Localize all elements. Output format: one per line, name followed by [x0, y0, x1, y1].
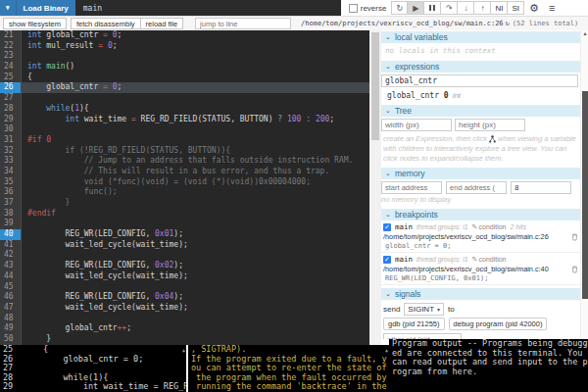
source-scrollbar[interactable]	[369, 30, 381, 345]
pause-button[interactable]	[424, 1, 441, 15]
section-memory[interactable]: ⌄memory	[381, 168, 580, 179]
code-text: while(1){	[22, 104, 89, 115]
show-filesystem-button[interactable]: show filesystem	[3, 18, 67, 29]
breakpoint-condition[interactable]: ✎condition	[472, 223, 507, 231]
program-output-terminal[interactable]: ▲Program output -- Programs being debugg…	[389, 339, 588, 392]
line-number-gutter[interactable]: 42	[0, 250, 22, 261]
jump-to-line-input[interactable]	[195, 18, 291, 29]
line-number-gutter[interactable]: 37	[0, 198, 22, 209]
line-number-gutter[interactable]: 33	[0, 156, 22, 167]
memory-end-address-input[interactable]	[446, 181, 507, 194]
breakpoint-code-preview: global_cntr = 0;	[385, 242, 578, 250]
terminal-line: 26 global_cntr = 0;	[0, 355, 186, 365]
settings-button[interactable]: ⚙	[524, 2, 544, 15]
signal-select[interactable]: SIGINT▾	[404, 303, 444, 316]
fetch-disassembly-button[interactable]: fetch disassembly	[71, 18, 141, 29]
line-number-gutter[interactable]: 23	[0, 51, 22, 62]
step-instruction-button[interactable]: SI	[508, 1, 524, 15]
menu-button[interactable]: ≡	[544, 2, 560, 14]
sidebar-scrollbar-thumb[interactable]	[582, 91, 588, 299]
breakpoint-item[interactable]: ✓mainthread groups: i1✎condition2 hits/h…	[381, 220, 580, 253]
source-line: 27	[0, 93, 369, 104]
breakpoint-gutter[interactable]: 26	[0, 82, 22, 93]
load-binary-dropdown-button[interactable]: ▾	[0, 0, 17, 16]
sidebar-scrollbar[interactable]: ▲	[580, 30, 588, 339]
line-number-gutter[interactable]: 27	[0, 93, 22, 104]
step-out-button[interactable]: ↑	[474, 1, 491, 15]
trash-icon[interactable]	[571, 233, 578, 241]
line-number-gutter[interactable]: 44	[0, 271, 22, 282]
code-text: REG_WR(LED_CONFIG, 0x02);	[22, 261, 183, 271]
source-line: 32 if (!REG_RD_FIELD(STATUS, BUTTON)){	[0, 146, 369, 157]
tree-height-input[interactable]	[455, 119, 525, 131]
breakpoint-condition[interactable]: ✎condition	[472, 256, 507, 264]
scroll-up-icon[interactable]: ▲	[584, 340, 587, 350]
breakpoint-gutter[interactable]: 40	[0, 229, 22, 240]
source-scrollbar-thumb[interactable]	[371, 32, 379, 140]
play-icon: ▶	[413, 4, 418, 13]
line-number-gutter[interactable]: 35	[0, 177, 22, 188]
line-number-gutter[interactable]: 30	[0, 124, 22, 135]
line-number-gutter[interactable]: 41	[0, 240, 22, 251]
trash-icon[interactable]	[571, 266, 578, 273]
line-number-gutter[interactable]: 31	[0, 135, 22, 146]
continue-button[interactable]: ▶	[408, 1, 424, 15]
memory-bytes-per-line-input[interactable]	[511, 181, 571, 194]
next-instruction-button[interactable]: NI	[491, 1, 508, 15]
reverse-checkbox[interactable]	[349, 4, 358, 13]
reload-file-button[interactable]: reload file	[141, 18, 184, 29]
line-number-gutter[interactable]: 21	[0, 30, 22, 41]
line-number-gutter[interactable]: 50	[0, 334, 22, 345]
line-number-gutter[interactable]: 38	[0, 209, 22, 220]
code-text: global_cntr++;	[22, 323, 131, 334]
code-text: wait_led_cycle(wait_time);	[22, 240, 188, 251]
breakpoint-checkbox[interactable]: ✓	[383, 256, 391, 264]
chevron-down-icon: ⌄	[385, 107, 391, 115]
code-text: REG_WR(LED_CONFIG, 0x01);	[22, 229, 183, 240]
section-local-variables[interactable]: ⌄local variables	[381, 31, 580, 43]
section-breakpoints[interactable]: ⌄breakpoints	[381, 209, 580, 220]
signal-target-button[interactable]: gdb (pid 21255)	[383, 318, 445, 330]
line-number-gutter[interactable]: 43	[0, 261, 22, 271]
line-number-gutter[interactable]: 29	[0, 115, 22, 125]
step-over-button[interactable]: ↷	[441, 1, 458, 15]
line-number-gutter[interactable]: 46	[0, 292, 22, 303]
breakpoint-function: main	[395, 255, 413, 264]
tree-width-input[interactable]	[381, 119, 452, 131]
section-tree[interactable]: ⌄Tree	[381, 105, 580, 117]
gdb-terminal[interactable]: ▲25 {26 global_cntr = 0;2728 while(1){29…	[0, 345, 186, 392]
code-text: global_cntr = 0;	[22, 82, 122, 93]
line-number-gutter[interactable]: 25	[0, 73, 22, 83]
scroll-up-icon[interactable]: ▲	[581, 30, 588, 38]
breakpoint-item[interactable]: ✓mainthread groups: i1✎condition/home/to…	[381, 253, 580, 285]
line-number-gutter[interactable]: 34	[0, 167, 22, 177]
line-number-gutter[interactable]: 47	[0, 303, 22, 314]
source-code-view[interactable]: 21int global_cntr = 0;22int mul_result =…	[0, 30, 369, 345]
step-into-button[interactable]: ↓	[458, 1, 474, 15]
binary-path-input[interactable]	[75, 0, 341, 16]
expression-input[interactable]	[381, 74, 578, 87]
breakpoint-checkbox[interactable]: ✓	[383, 223, 391, 231]
line-number-gutter[interactable]: 39	[0, 219, 22, 229]
section-expressions[interactable]: ⌄expressions	[381, 61, 580, 73]
signal-target-button[interactable]: debug program (pid 42000)	[449, 318, 548, 330]
code-text: #endif	[22, 209, 56, 220]
scroll-up-icon[interactable]: ▲	[385, 346, 388, 356]
line-number-gutter[interactable]: 45	[0, 282, 22, 293]
line-number-gutter[interactable]: 36	[0, 187, 22, 198]
tree-icon	[489, 135, 496, 143]
line-number-gutter[interactable]: 32	[0, 146, 22, 157]
line-number-gutter[interactable]: 24	[0, 62, 22, 73]
gdbgui-console-terminal[interactable]: ▲, SIGTRAP).If the program exited due to…	[188, 345, 389, 392]
line-number-gutter[interactable]: 22	[0, 41, 22, 52]
run-button[interactable]: ↻	[391, 1, 408, 15]
load-binary-button[interactable]: Load Binary	[17, 0, 75, 16]
line-number-gutter[interactable]: 49	[0, 323, 22, 334]
line-number-gutter[interactable]: 48	[0, 314, 22, 324]
expression-row[interactable]: global_cntr 0int	[381, 89, 580, 102]
source-line: 25{	[0, 73, 369, 83]
memory-start-address-input[interactable]	[381, 181, 442, 194]
section-signals[interactable]: ⌄signals	[381, 288, 580, 300]
line-number-gutter[interactable]: 28	[0, 104, 22, 115]
scroll-up-icon[interactable]: ▲	[182, 346, 185, 356]
